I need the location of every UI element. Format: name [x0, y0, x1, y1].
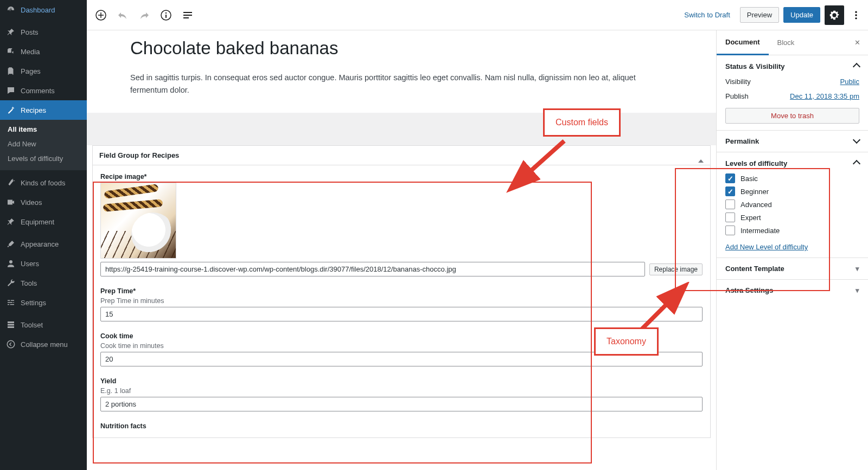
tab-document[interactable]: Document	[717, 30, 769, 55]
update-button[interactable]: Update	[783, 7, 820, 23]
chevron-down-icon: ▾	[856, 286, 859, 294]
svg-point-0	[7, 340, 15, 348]
panel-astra[interactable]: Astra Settings ▾	[717, 280, 868, 301]
panel-header-status[interactable]: Status & Visibility	[725, 62, 859, 71]
panel-title: Levels of difficulty	[725, 159, 787, 168]
chevron-down-icon	[854, 137, 859, 145]
sidebar-label: Recipes	[21, 106, 46, 114]
check-basic[interactable]	[725, 173, 735, 183]
comments-icon	[5, 85, 16, 96]
panel-title: Status & Visibility	[725, 62, 785, 70]
dashboard-icon	[5, 4, 16, 15]
sidebar-label: Pages	[21, 67, 41, 75]
settings-panel: Document Block ✕ Status & Visibility Vis…	[716, 30, 868, 470]
hint-yield: E.g. 1 loaf	[100, 387, 703, 395]
editor-canvas[interactable]: Chocolate baked bananas Sed in sagittis …	[87, 30, 716, 470]
callout-custom-fields: Custom fields	[543, 108, 621, 137]
info-button[interactable]	[156, 5, 176, 25]
sidebar-item-settings[interactable]: Settings	[0, 293, 87, 312]
replace-image-button[interactable]: Replace image	[649, 263, 703, 275]
sidebar-item-tools[interactable]: Tools	[0, 273, 87, 293]
visibility-value-link[interactable]: Public	[840, 78, 859, 86]
undo-button[interactable]	[113, 5, 132, 25]
panel-title: Astra Settings	[725, 286, 773, 294]
panel-content-template[interactable]: Content Template ▾	[717, 258, 868, 280]
sidebar-item-videos[interactable]: Videos	[0, 192, 87, 212]
sub-add-new[interactable]: Add New	[0, 137, 87, 151]
post-paragraph[interactable]: Sed in sagittis turpis. In consequat ero…	[130, 72, 640, 96]
metabox-header[interactable]: Field Group for Recipes	[93, 146, 710, 165]
panel-title: Permalink	[725, 137, 759, 145]
sidebar-label: Comments	[21, 87, 55, 95]
check-beginner[interactable]	[725, 186, 735, 196]
spacer-band	[87, 113, 716, 145]
sidebar-label: Tools	[21, 279, 37, 287]
redo-button[interactable]	[135, 5, 154, 25]
switch-to-draft-button[interactable]: Switch to Draft	[679, 8, 736, 22]
label-nutrition: Nutrition facts	[100, 422, 703, 430]
publish-date-link[interactable]: Dec 11, 2018 3:35 pm	[790, 92, 859, 100]
sidebar-item-dashboard[interactable]: Dashboard	[0, 0, 87, 20]
pages-icon	[5, 66, 16, 76]
users-icon	[5, 258, 16, 269]
sub-levels[interactable]: Levels of difficulty	[0, 151, 87, 166]
tab-block[interactable]: Block	[769, 31, 803, 54]
outline-button[interactable]	[178, 5, 197, 25]
sidebar-item-recipes[interactable]: Recipes	[0, 100, 87, 120]
check-intermediate[interactable]	[725, 226, 735, 235]
sidebar-item-toolset[interactable]: Toolset	[0, 315, 87, 334]
wp-admin-sidebar: Dashboard Posts Media Pages Comments Rec…	[0, 0, 87, 470]
media-icon	[5, 46, 16, 57]
svg-point-5	[855, 14, 857, 16]
label-prep-time: Prep Time*	[100, 287, 703, 295]
sidebar-submenu: All items Add New Levels of difficulty	[0, 120, 87, 170]
editor-toolbar: Switch to Draft Preview Update	[87, 0, 868, 30]
chevron-down-icon: ▾	[856, 265, 859, 273]
metabox-toggle[interactable]	[698, 151, 704, 159]
settings-gear-button[interactable]	[825, 5, 844, 25]
recipe-image-url-input[interactable]	[100, 262, 645, 276]
close-icon[interactable]: ✕	[847, 38, 868, 47]
wand-icon	[5, 105, 16, 115]
prep-time-input[interactable]	[100, 307, 703, 321]
sidebar-label: Media	[21, 48, 40, 56]
check-advanced[interactable]	[725, 199, 735, 209]
more-menu-button[interactable]	[848, 5, 864, 25]
panel-levels: Levels of difficulty Basic Beginner Adva…	[717, 152, 868, 258]
sidebar-item-equipment[interactable]: Equipment	[0, 212, 87, 231]
panel-header-levels[interactable]: Levels of difficulty	[725, 159, 859, 168]
panel-status-visibility: Status & Visibility Visibility Public Pu…	[717, 55, 868, 131]
label-visibility: Visibility	[725, 78, 751, 86]
sidebar-label: Kinds of foods	[21, 179, 65, 187]
sidebar-item-posts[interactable]: Posts	[0, 22, 87, 42]
preview-button[interactable]: Preview	[740, 7, 779, 23]
move-to-trash-button[interactable]: Move to trash	[725, 108, 859, 124]
carrot-icon	[5, 177, 16, 188]
label-yield: Yield	[100, 377, 703, 385]
sidebar-item-pages[interactable]: Pages	[0, 61, 87, 81]
add-new-level-link[interactable]: Add New Level of difficulty	[725, 243, 808, 251]
metabox-field-group: Field Group for Recipes Recipe image*	[92, 145, 711, 438]
chk-label: Advanced	[741, 201, 772, 209]
sidebar-item-kinds[interactable]: Kinds of foods	[0, 173, 87, 192]
chevron-up-icon	[854, 159, 859, 168]
sidebar-item-collapse[interactable]: Collapse menu	[0, 334, 87, 354]
panel-permalink[interactable]: Permalink	[717, 131, 868, 152]
check-expert[interactable]	[725, 213, 735, 222]
metabox-title: Field Group for Recipes	[99, 151, 179, 159]
sidebar-label: Settings	[21, 299, 46, 307]
yield-input[interactable]	[100, 397, 703, 411]
add-block-button[interactable]	[91, 5, 111, 25]
sidebar-item-appearance[interactable]: Appearance	[0, 234, 87, 254]
sidebar-item-comments[interactable]: Comments	[0, 81, 87, 100]
video-icon	[5, 197, 16, 208]
label-recipe-image: Recipe image*	[100, 173, 703, 181]
chk-label: Basic	[741, 175, 758, 183]
post-title[interactable]: Chocolate baked bananas	[130, 38, 684, 59]
sidebar-item-users[interactable]: Users	[0, 254, 87, 273]
block-editor: Switch to Draft Preview Update Chocolate…	[87, 0, 868, 470]
label-publish: Publish	[725, 92, 749, 100]
sidebar-item-media[interactable]: Media	[0, 42, 87, 61]
sub-all-items[interactable]: All items	[0, 122, 87, 137]
recipe-image-thumb[interactable]	[100, 183, 176, 259]
